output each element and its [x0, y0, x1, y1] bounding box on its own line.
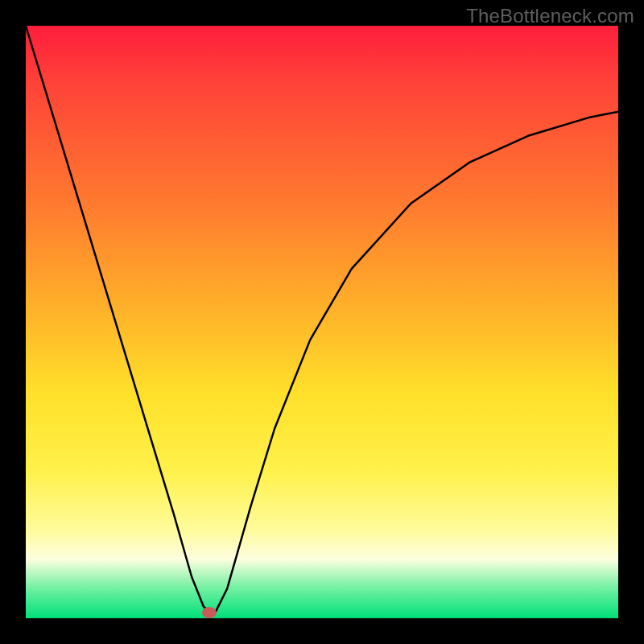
bottleneck-marker — [202, 607, 217, 618]
plot-area — [26, 26, 618, 618]
chart-frame: TheBottleneck.com — [0, 0, 644, 644]
watermark-text: TheBottleneck.com — [466, 5, 634, 27]
bottleneck-curve — [26, 26, 618, 618]
